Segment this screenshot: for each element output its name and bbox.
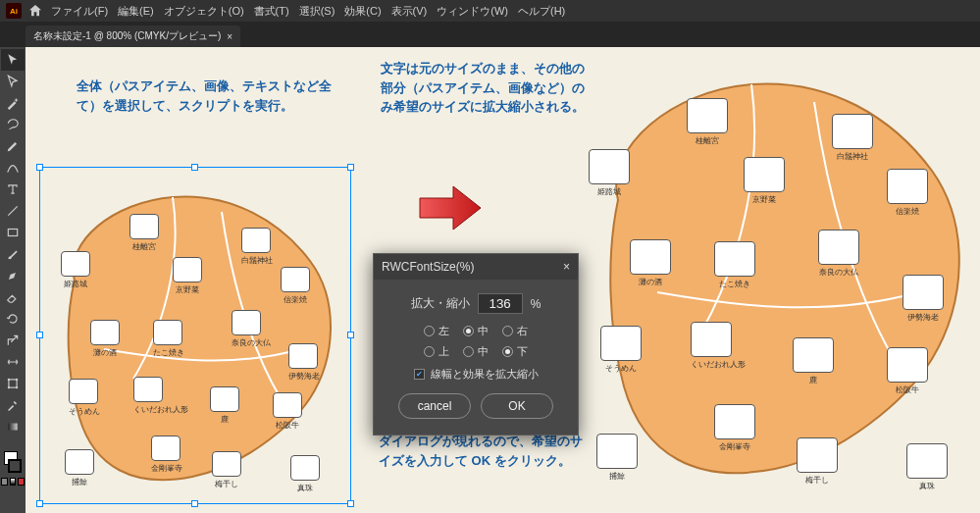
- scale-tool-icon[interactable]: [1, 330, 25, 351]
- eraser-tool-icon[interactable]: [1, 286, 25, 308]
- svg-point-3: [16, 379, 18, 381]
- selection-handle-n[interactable]: [191, 164, 198, 171]
- map-label: 松阪牛: [276, 421, 299, 430]
- map-label: 捕鯨: [72, 478, 87, 487]
- ok-button[interactable]: OK: [481, 393, 553, 419]
- menu-edit[interactable]: 編集(E): [116, 4, 156, 19]
- scale-strokes-label: 線幅と効果を拡大縮小: [431, 367, 539, 382]
- instruction-bottom: ダイアログが現れるので、希望のサイズを入力して OK をクリック。: [379, 432, 594, 470]
- home-icon[interactable]: [27, 3, 43, 19]
- svg-rect-1: [9, 380, 17, 387]
- map-label: 伊勢海老: [907, 313, 939, 322]
- radio-v-top-label: 上: [438, 344, 449, 359]
- map-label: 鹿: [221, 415, 229, 424]
- map-label: 桂離宮: [696, 136, 719, 145]
- arrow-icon: [418, 184, 483, 235]
- lasso-tool-icon[interactable]: [1, 114, 25, 135]
- paintbrush-tool-icon[interactable]: [1, 243, 25, 265]
- map-label: 灘の酒: [93, 348, 117, 357]
- toolbox-divider: [1, 437, 25, 443]
- map-label: 姫路城: [597, 187, 621, 196]
- instruction-right-top: 文字は元のサイズのまま、その他の部分（パスアイテム、画像など）のみ希望のサイズに…: [381, 59, 587, 117]
- curvature-tool-icon[interactable]: [1, 157, 25, 179]
- menu-type[interactable]: 書式(T): [252, 4, 291, 19]
- map-label: 真珠: [919, 482, 935, 490]
- map-label: 真珠: [297, 484, 313, 492]
- app-logo: Ai: [6, 3, 22, 19]
- map-label: 京野菜: [176, 285, 199, 294]
- radio-h-center-label: 中: [478, 324, 489, 338]
- document-tab-label: 名称未設定-1 @ 800% (CMYK/プレビュー): [33, 29, 221, 43]
- free-transform-tool-icon[interactable]: [1, 373, 25, 394]
- map-label: 梅干し: [805, 476, 829, 485]
- map-label: 信楽焼: [896, 207, 919, 216]
- svg-point-2: [8, 379, 10, 381]
- map-label: 姫路城: [64, 280, 87, 288]
- map-label: 京野菜: [752, 195, 776, 204]
- map-before[interactable]: 姫路城 桂離宮 白鬚神社 京野菜 信楽焼 灘の酒 たこ焼き 奈良の大仏 伊勢海老…: [45, 173, 345, 498]
- selection-handle-w[interactable]: [36, 332, 43, 338]
- map-after[interactable]: 姫路城 桂離宮 白鬚神社 京野菜 信楽焼 灘の酒 たこ焼き 奈良の大仏 伊勢海老…: [579, 53, 975, 504]
- scale-input[interactable]: [478, 293, 523, 314]
- scale-label: 拡大・縮小: [411, 295, 470, 312]
- fill-stroke-swatch[interactable]: [2, 449, 24, 475]
- radio-v-bottom-label: 下: [517, 344, 528, 359]
- radio-h-center[interactable]: [463, 326, 474, 336]
- magic-wand-tool-icon[interactable]: [1, 92, 25, 114]
- rotate-tool-icon[interactable]: [1, 308, 25, 330]
- menu-help[interactable]: ヘルプ(H): [516, 4, 567, 19]
- document-tab[interactable]: 名称未設定-1 @ 800% (CMYK/プレビュー) ×: [26, 26, 240, 47]
- radio-h-left[interactable]: [424, 326, 435, 336]
- menu-file[interactable]: ファイル(F): [49, 4, 110, 19]
- map-label: くいだおれ人形: [691, 360, 746, 369]
- map-label: たこ焼き: [719, 280, 750, 288]
- menu-view[interactable]: 表示(V): [389, 4, 430, 19]
- map-label: くいだおれ人形: [133, 405, 188, 414]
- map-label: 捕鯨: [609, 472, 625, 481]
- svg-point-4: [8, 386, 10, 388]
- pen-tool-icon[interactable]: [1, 135, 25, 157]
- script-dialog: RWCFontSize(%) × 拡大・縮小 % 左 中 右 上 中 下 ✔ 線…: [373, 253, 579, 436]
- vertical-anchor-group: 上 中 下: [386, 344, 566, 359]
- radio-h-right-label: 右: [517, 324, 528, 338]
- type-tool-icon[interactable]: [1, 179, 25, 200]
- rectangle-tool-icon[interactable]: [1, 222, 25, 243]
- selection-handle-se[interactable]: [347, 500, 354, 507]
- map-label: 灘の酒: [639, 278, 662, 286]
- radio-h-right[interactable]: [502, 326, 513, 336]
- eyedropper-tool-icon[interactable]: [1, 394, 25, 416]
- menu-object[interactable]: オブジェクト(O): [162, 4, 246, 19]
- map-label: 金剛峯寺: [719, 442, 750, 451]
- menu-window[interactable]: ウィンドウ(W): [435, 4, 510, 19]
- menu-effect[interactable]: 効果(C): [342, 4, 383, 19]
- gradient-tool-icon[interactable]: [1, 416, 25, 437]
- radio-v-bottom[interactable]: [502, 346, 513, 357]
- selection-handle-sw[interactable]: [36, 500, 43, 507]
- map-label: 白鬚神社: [837, 152, 868, 161]
- direct-selection-tool-icon[interactable]: [1, 71, 25, 92]
- map-label: たこ焼き: [153, 348, 184, 357]
- cancel-button[interactable]: cancel: [398, 393, 471, 419]
- svg-point-5: [16, 386, 18, 388]
- radio-v-center[interactable]: [463, 346, 474, 357]
- shaper-tool-icon[interactable]: [1, 265, 25, 286]
- scale-strokes-checkbox[interactable]: ✔: [414, 369, 425, 380]
- selection-handle-nw[interactable]: [36, 164, 43, 171]
- selection-tool-icon[interactable]: [1, 49, 25, 71]
- map-label: 白鬚神社: [241, 256, 273, 265]
- selection-handle-e[interactable]: [347, 332, 354, 338]
- selection-handle-s[interactable]: [191, 500, 198, 507]
- scale-unit: %: [531, 297, 542, 311]
- width-tool-icon[interactable]: [1, 351, 25, 373]
- stroke-swatch[interactable]: [8, 459, 22, 473]
- line-segment-tool-icon[interactable]: [1, 200, 25, 222]
- map-label: 奈良の大仏: [819, 268, 858, 277]
- svg-rect-6: [8, 424, 17, 431]
- dialog-close-icon[interactable]: ×: [563, 260, 570, 274]
- color-mode-buttons[interactable]: [1, 475, 25, 488]
- menu-select[interactable]: 選択(S): [297, 4, 337, 19]
- map-label: 松阪牛: [896, 385, 919, 394]
- selection-handle-ne[interactable]: [347, 164, 354, 171]
- document-tab-close-icon[interactable]: ×: [227, 31, 232, 42]
- radio-v-top[interactable]: [424, 346, 435, 357]
